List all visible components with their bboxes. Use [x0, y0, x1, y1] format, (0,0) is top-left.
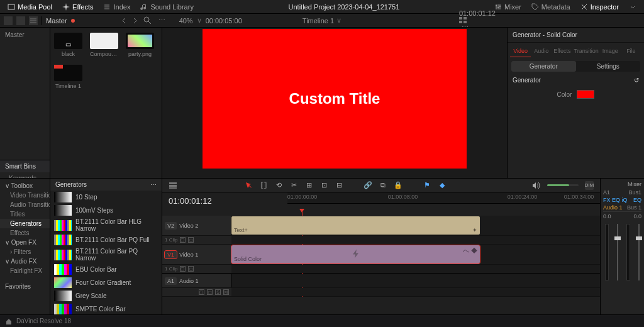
viewer-options[interactable]: [459, 17, 499, 23]
timeline-view-options[interactable]: [169, 182, 177, 189]
view-toggle-2[interactable]: [16, 16, 25, 25]
selection-tool[interactable]: [244, 181, 253, 190]
title-text: Custom Title: [289, 90, 380, 108]
fader-a1[interactable]: [617, 224, 618, 280]
list-view-icon[interactable]: [29, 16, 38, 25]
chevron-right-icon[interactable]: [131, 17, 139, 25]
track-v2: V2Video 2 Text+✦: [162, 216, 600, 236]
footer: DaVinci Resolve 18: [0, 314, 644, 327]
generator-item[interactable]: EBU Color Bar: [50, 263, 162, 276]
source-timecode: 00:00:05:00: [206, 17, 242, 25]
generator-item[interactable]: 100mV Steps: [50, 204, 162, 217]
snap-tool[interactable]: ⧉: [379, 181, 387, 190]
generator-item[interactable]: BT.2111 Color Bar PQ Full: [50, 233, 162, 247]
inspector-tab-effects[interactable]: Effects: [552, 45, 572, 57]
volume-slider[interactable]: [547, 184, 579, 186]
fader-bus1[interactable]: [638, 224, 640, 280]
timeline-timecode[interactable]: 01:00:01:12: [162, 192, 218, 209]
sound-library-tab[interactable]: Sound Library: [136, 2, 197, 12]
secondary-toolbar: Master ⋯ 40% ∨ 00:00:05:00 Timeline 1 ∨ …: [0, 14, 644, 28]
track-v1-header[interactable]: V1Video 1: [162, 245, 231, 264]
replace-tool[interactable]: ⊟: [335, 181, 343, 190]
audiofx-node[interactable]: ∨ Audio FX: [0, 257, 50, 266]
inspector-tab-file[interactable]: File: [621, 45, 641, 57]
color-swatch[interactable]: [577, 90, 594, 99]
tag-icon: [531, 3, 539, 11]
media-thumb[interactable]: Compound...: [90, 33, 118, 57]
media-thumb[interactable]: Timeline 1: [54, 65, 82, 89]
keyframe-controls[interactable]: へ ◆: [463, 247, 477, 255]
effects-tab[interactable]: Effects: [58, 2, 97, 12]
generator-item[interactable]: BT.2111 Color Bar PQ Narrow: [50, 247, 162, 263]
view-toggle-1[interactable]: [4, 16, 13, 25]
music-icon: [140, 3, 148, 11]
toolbox-node[interactable]: ∨ Toolbox: [0, 181, 50, 191]
effects-node[interactable]: Effects: [0, 228, 50, 238]
record-timecode: 01:00:01:12: [459, 9, 496, 17]
generator-item[interactable]: Four Color Gradient: [50, 276, 162, 289]
flag-tool[interactable]: ⚑: [423, 181, 431, 190]
master-bin[interactable]: Master: [5, 31, 50, 38]
smart-bins-header[interactable]: Smart Bins: [0, 160, 50, 172]
metadata-tab[interactable]: Metadata: [528, 2, 574, 12]
mixer-panel: Mixer A1Bus1 FX EQ iQEQ Audio 1Bus 1 0.0…: [600, 179, 644, 316]
lock-tool[interactable]: 🔒: [394, 181, 402, 190]
filters-node[interactable]: › Filters: [0, 247, 50, 257]
home-icon[interactable]: [5, 318, 13, 325]
clip-solid-color[interactable]: Solid Color へ ◆: [231, 245, 480, 263]
fairlight-node[interactable]: Fairlight FX: [0, 266, 50, 275]
clip-text-plus[interactable]: Text+✦: [231, 216, 480, 235]
master-crumb[interactable]: Master: [46, 17, 67, 25]
overwrite-tool[interactable]: ⊡: [319, 181, 328, 190]
media-thumb[interactable]: party.png: [126, 33, 154, 57]
expand-button[interactable]: [625, 2, 640, 12]
timeline-name[interactable]: Timeline 1: [303, 17, 334, 25]
lower-region: ∨ Toolbox Video Transitions Audio Transi…: [0, 178, 644, 316]
track-v2-header[interactable]: V2Video 2: [162, 216, 231, 235]
track-v2-body[interactable]: Text+✦: [231, 216, 600, 235]
dim-button[interactable]: DIM: [585, 181, 594, 190]
link-tool[interactable]: 🔗: [364, 181, 372, 190]
inspector-tab[interactable]: Inspector: [577, 2, 623, 12]
speaker-icon: [532, 182, 541, 189]
favorites-node[interactable]: Favorites: [0, 282, 50, 291]
track-a1: A1Audio 1: [162, 274, 600, 288]
svg-rect-6: [464, 17, 467, 19]
track-a1-body[interactable]: [231, 274, 600, 287]
generator-item[interactable]: BT.2111 Color Bar HLG Narrow: [50, 217, 162, 233]
insert-tool[interactable]: ⊞: [304, 181, 313, 190]
openfx-node[interactable]: ∨ Open FX: [0, 238, 50, 247]
inspector-subtab-settings[interactable]: Settings: [576, 61, 641, 72]
video-transitions-node[interactable]: Video Transitions: [0, 191, 50, 200]
dynamic-trim[interactable]: ⟲: [274, 181, 283, 190]
inspector-tab-audio[interactable]: Audio: [531, 45, 552, 57]
generator-item[interactable]: Grey Scale: [50, 289, 162, 302]
titles-node[interactable]: Titles: [0, 209, 50, 219]
inspector-tab-transition[interactable]: Transition: [572, 45, 599, 57]
track-v1-body[interactable]: Solid Color へ ◆: [231, 245, 600, 264]
generator-item[interactable]: SMPTE Color Bar: [50, 302, 162, 316]
chevron-down-icon: [629, 3, 636, 11]
timeline-ruler[interactable]: 01:00:00:00 01:00:08:00 01:00:24:00 01:0…: [287, 192, 600, 204]
media-thumb[interactable]: ▭black: [54, 33, 82, 57]
blade-tool[interactable]: ✂: [289, 181, 298, 190]
inspector-subtab-generator[interactable]: Generator: [511, 61, 576, 72]
inspector-section-header[interactable]: Generator ↺: [513, 77, 639, 84]
zoom-level[interactable]: 40%: [179, 17, 193, 25]
audio-transitions-node[interactable]: Audio Transitions: [0, 200, 50, 209]
generator-item[interactable]: 10 Step: [50, 191, 162, 204]
inspector-tab-image[interactable]: Image: [600, 45, 621, 57]
generators-node[interactable]: Generators: [0, 219, 50, 228]
viewer-canvas: Custom Title: [203, 29, 467, 169]
track-a1-header[interactable]: A1Audio 1: [162, 274, 231, 287]
volume-icon[interactable]: [532, 181, 541, 190]
marker-tool[interactable]: ◆: [438, 181, 447, 190]
inspector-tab-video[interactable]: Video: [510, 45, 531, 57]
search-button[interactable]: [143, 16, 152, 25]
reset-icon[interactable]: ↺: [634, 77, 639, 84]
chevron-left-icon[interactable]: [120, 17, 128, 25]
index-tab[interactable]: Index: [99, 2, 134, 12]
trim-tool[interactable]: ⟦⟧: [259, 181, 268, 190]
media-pool-tab[interactable]: Media Pool: [4, 2, 56, 12]
generators-list-header: Generators: [55, 181, 87, 188]
